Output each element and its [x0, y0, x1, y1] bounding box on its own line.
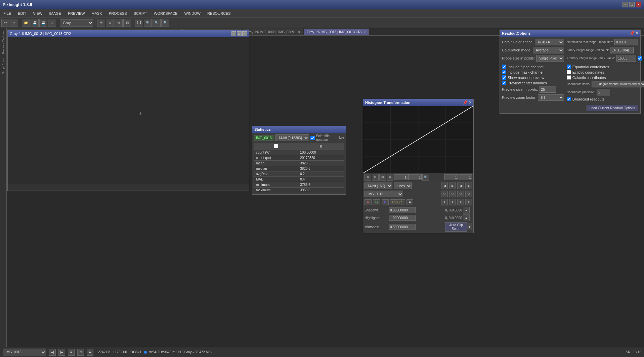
zoom-zoom-btn[interactable]: 🔍: [144, 19, 152, 27]
hist-mode-select[interactable]: Lines: [394, 183, 412, 189]
img-win-maximize[interactable]: □: [237, 31, 242, 36]
include-mask-checkbox[interactable]: [502, 70, 506, 74]
menu-mask[interactable]: MASK: [88, 9, 105, 17]
equatorial-checkbox[interactable]: [567, 65, 571, 69]
channel-r-btn[interactable]: R: [364, 199, 372, 205]
hist-mode-btn-2[interactable]: ▶: [449, 183, 456, 189]
title-bar-buttons[interactable]: − □ ×: [622, 2, 641, 7]
broadcast-checkbox[interactable]: [567, 97, 571, 101]
menu-window[interactable]: WINDOW: [181, 9, 204, 17]
stats-all-checkbox[interactable]: [274, 144, 278, 148]
status-btn-5[interactable]: ▶: [87, 349, 93, 356]
probe-size-select[interactable]: Single Pixel: [536, 55, 564, 62]
hist-mode-btn-4[interactable]: ▶: [465, 183, 472, 189]
undo-btn[interactable]: ↩: [1, 19, 9, 27]
image-canvas[interactable]: +: [8, 37, 249, 191]
status-btn-1[interactable]: ◀: [49, 349, 56, 356]
zoom-more-btn[interactable]: 🔍: [153, 19, 161, 27]
hist-mode-btn-3[interactable]: ◀: [457, 183, 464, 189]
shadows-input[interactable]: [389, 207, 416, 213]
hist-input-2[interactable]: [408, 174, 422, 180]
histogram-panel-close[interactable]: ×: [469, 100, 471, 105]
coord-precision-input[interactable]: [597, 89, 610, 95]
highlights-input[interactable]: [389, 215, 416, 221]
menu-resources[interactable]: RESOURCES: [204, 9, 234, 17]
hist-icon-2[interactable]: ⚙: [449, 191, 456, 197]
close-button[interactable]: ×: [636, 2, 641, 7]
hist-btn-3[interactable]: ⊠: [379, 174, 386, 181]
hist-icon-1[interactable]: ⚙: [441, 191, 448, 197]
zoom-100-btn[interactable]: 1:1: [135, 19, 143, 27]
menu-edit[interactable]: EDIT: [14, 9, 30, 17]
img-win-close[interactable]: ×: [242, 31, 247, 36]
galactic-checkbox[interactable]: [567, 75, 571, 80]
menu-preview[interactable]: PREVIEW: [65, 9, 88, 17]
channel-b-btn[interactable]: B: [382, 199, 389, 205]
menu-image[interactable]: IMAGE: [46, 9, 64, 17]
img-win-minimize[interactable]: −: [231, 31, 236, 36]
hist-ch-btn-1[interactable]: ≡: [441, 199, 448, 205]
preview-zoom-select[interactable]: 8:1: [538, 94, 564, 101]
coord-items-select[interactable]: 3 - degrees/hours, minutes and seconds: [592, 81, 644, 87]
hist-ch-btn-2[interactable]: ≡: [449, 199, 456, 205]
include-alpha-checkbox[interactable]: [502, 65, 506, 69]
hist-ch-btn-3[interactable]: ≡: [457, 199, 464, 205]
process-explorer-label[interactable]: Process Explorer: [1, 30, 6, 55]
status-btn-3[interactable]: ■: [68, 349, 75, 356]
hist-input-4[interactable]: [459, 174, 472, 180]
hist-btn-2[interactable]: ⊞: [372, 174, 379, 181]
color-mode-select[interactable]: Gray: [60, 19, 93, 27]
channel-g-btn[interactable]: G: [373, 199, 380, 205]
channel-rgb-btn[interactable]: RGB/K: [390, 199, 405, 205]
status-btn-2[interactable]: ▶: [58, 349, 65, 356]
hist-icon-4[interactable]: ⚙: [465, 191, 472, 197]
hist-ch-btn-4[interactable]: ≡: [465, 199, 472, 205]
hist-input-1[interactable]: [394, 174, 407, 180]
open-btn[interactable]: 📁: [22, 19, 30, 27]
arbitrary-range-checkbox[interactable]: [638, 56, 642, 61]
menu-view[interactable]: VIEW: [30, 9, 46, 17]
preview-hairlines-checkbox[interactable]: [502, 81, 506, 85]
midtones-hist-icon[interactable]: ▼: [467, 224, 472, 230]
zoom-in-btn[interactable]: ⊕: [106, 19, 114, 27]
hist-bit-depth-select[interactable]: 14-bit (16K): [364, 183, 392, 189]
hist-zoom-btn[interactable]: 🔍: [422, 174, 429, 181]
menu-process[interactable]: PROCESS: [105, 9, 130, 17]
close-img-btn[interactable]: ×: [48, 19, 56, 27]
ecliptic-checkbox[interactable]: [567, 70, 571, 74]
menu-file[interactable]: FILE: [0, 9, 14, 17]
sci-notation-checkbox[interactable]: [310, 136, 315, 140]
auto-clip-button[interactable]: Auto Clip Setup: [445, 222, 467, 232]
normalized-range-input[interactable]: [614, 39, 638, 45]
readout-panel-close[interactable]: ×: [636, 31, 638, 36]
hist-icon-3[interactable]: ⚙: [457, 191, 464, 197]
status-btn-4[interactable]: □: [77, 349, 84, 356]
hist-mode-btn-1[interactable]: ◀: [441, 183, 448, 189]
calc-mode-select[interactable]: Average: [533, 47, 564, 53]
zoom-less-btn[interactable]: 🔍: [161, 19, 169, 27]
zoom-fit-btn[interactable]: ⊡: [123, 19, 131, 27]
maximize-button[interactable]: □: [629, 2, 635, 7]
save-as-btn[interactable]: 💾: [39, 19, 47, 27]
menu-workspace[interactable]: WORKSPACE: [151, 9, 181, 17]
binary-range-input[interactable]: [610, 47, 634, 53]
save-btn[interactable]: 💾: [31, 19, 39, 27]
show-readout-checkbox[interactable]: [502, 75, 506, 80]
hist-btn-4[interactable]: ≡: [387, 174, 393, 181]
shadows-hist-icon[interactable]: ▲: [463, 207, 470, 213]
histogram-panel-pin[interactable]: 📌: [463, 100, 468, 105]
stats-bit-depth-select[interactable]: 14-bit [0,16383]: [275, 134, 309, 141]
menu-script[interactable]: SCRIPT: [130, 9, 151, 17]
script-editor-label[interactable]: Script Editor: [1, 56, 6, 75]
hist-image-select[interactable]: IMG_0013: [364, 191, 403, 197]
hist-btn-1[interactable]: ⊕: [364, 174, 371, 181]
crosshair-btn[interactable]: ✛: [97, 19, 105, 27]
midtones-input[interactable]: [389, 224, 416, 230]
image-window-controls[interactable]: − □ ×: [231, 31, 247, 36]
data-color-select[interactable]: RGB / K: [535, 39, 564, 45]
minimize-button[interactable]: −: [622, 2, 628, 7]
readout-panel-pin[interactable]: 📌: [630, 31, 635, 36]
load-current-btn[interactable]: Load Current Readout Options: [587, 105, 638, 111]
hist-input-3[interactable]: [444, 174, 458, 180]
highlights-hist-icon[interactable]: ▲: [463, 214, 470, 221]
